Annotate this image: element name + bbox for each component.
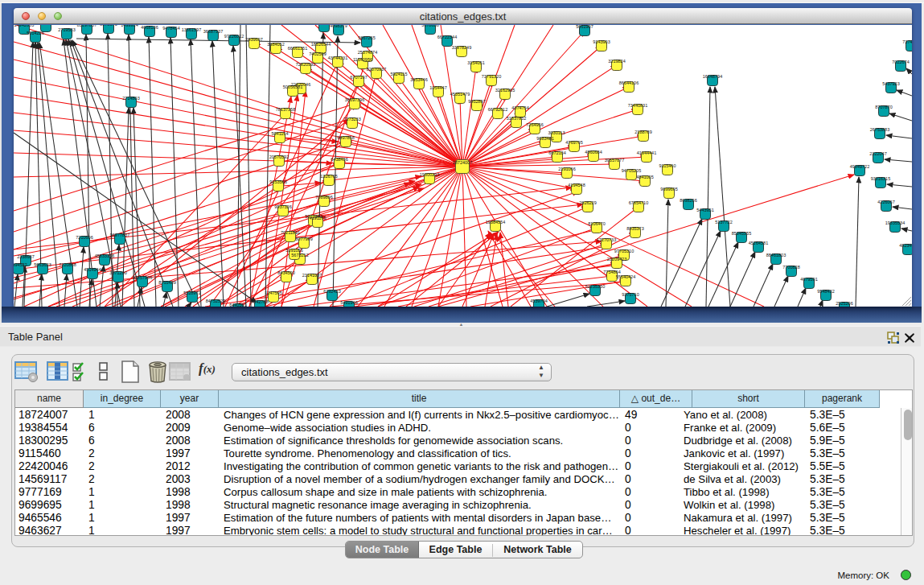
svg-text:26753883: 26753883 xyxy=(870,127,889,132)
svg-text:9375710: 9375710 xyxy=(622,292,639,297)
svg-text:5437923: 5437923 xyxy=(882,81,899,86)
svg-text:9897858: 9897858 xyxy=(337,135,354,140)
svg-text:5614226: 5614226 xyxy=(27,31,43,35)
svg-text:4668136: 4668136 xyxy=(141,25,158,30)
svg-text:78137358: 78137358 xyxy=(276,107,295,112)
svg-text:51837852: 51837852 xyxy=(507,116,526,121)
svg-text:5137722: 5137722 xyxy=(715,220,732,225)
svg-text:7700828: 7700828 xyxy=(782,265,799,270)
svg-text:4842788: 4842788 xyxy=(251,299,268,304)
svg-text:6440561: 6440561 xyxy=(229,303,246,307)
svg-text:5041154: 5041154 xyxy=(271,131,288,136)
svg-text:45264581: 45264581 xyxy=(749,241,768,245)
svg-text:9699695: 9699695 xyxy=(660,187,677,192)
svg-text:41944441: 41944441 xyxy=(637,150,656,155)
svg-text:2525206: 2525206 xyxy=(836,301,852,306)
svg-text:4823498: 4823498 xyxy=(899,243,912,248)
svg-text:66661351: 66661351 xyxy=(288,46,307,51)
svg-text:39557077: 39557077 xyxy=(605,158,624,163)
svg-text:8755439: 8755439 xyxy=(158,280,175,285)
svg-text:7273233: 7273233 xyxy=(343,117,360,122)
svg-text:8077999: 8077999 xyxy=(295,237,312,241)
svg-text:5191056: 5191056 xyxy=(285,248,302,253)
svg-text:9683481: 9683481 xyxy=(536,136,553,141)
svg-text:4191175: 4191175 xyxy=(309,216,326,220)
svg-text:97226012: 97226012 xyxy=(224,34,244,39)
svg-text:3030113: 3030113 xyxy=(548,130,565,135)
svg-text:50056581: 50056581 xyxy=(283,84,302,89)
svg-text:49349722: 49349722 xyxy=(850,164,869,169)
svg-text:93016315: 93016315 xyxy=(871,176,890,181)
svg-text:5491946: 5491946 xyxy=(340,300,357,305)
svg-text:4539704: 4539704 xyxy=(530,299,547,303)
svg-text:2719583: 2719583 xyxy=(58,27,75,32)
svg-text:4194548: 4194548 xyxy=(568,183,585,187)
svg-text:4841005: 4841005 xyxy=(636,175,653,179)
svg-text:7022674: 7022674 xyxy=(892,60,909,64)
svg-text:96977837: 96977837 xyxy=(110,233,129,237)
svg-text:94705205: 94705205 xyxy=(622,168,641,173)
svg-text:4860684: 4860684 xyxy=(585,150,602,154)
svg-text:36687537: 36687537 xyxy=(203,29,223,34)
svg-text:43744231: 43744231 xyxy=(328,56,347,60)
svg-text:19335534: 19335534 xyxy=(885,220,905,225)
svg-text:8106470: 8106470 xyxy=(588,221,605,226)
svg-text:1054447: 1054447 xyxy=(429,85,446,90)
svg-text:13561597: 13561597 xyxy=(182,27,201,32)
svg-text:4374754: 4374754 xyxy=(511,105,528,110)
svg-text:1499914: 1499914 xyxy=(121,25,138,27)
svg-text:4226067: 4226067 xyxy=(877,200,894,204)
svg-text:6672134: 6672134 xyxy=(548,150,565,155)
svg-text:32162965: 32162965 xyxy=(495,88,515,93)
svg-text:18724007: 18724007 xyxy=(453,160,472,165)
svg-text:73791320: 73791320 xyxy=(482,74,501,79)
svg-text:8835373: 8835373 xyxy=(626,226,643,231)
svg-text:2188789: 2188789 xyxy=(634,130,651,134)
svg-text:18526544: 18526544 xyxy=(311,42,331,47)
svg-text:3653446: 3653446 xyxy=(410,77,427,82)
svg-text:5661907: 5661907 xyxy=(576,25,593,29)
svg-text:55540424: 55540424 xyxy=(616,274,635,279)
svg-text:52235350: 52235350 xyxy=(585,284,605,289)
svg-text:23141087: 23141087 xyxy=(302,273,322,278)
svg-text:3684052: 3684052 xyxy=(267,42,284,47)
svg-text:83197857: 83197857 xyxy=(77,25,97,27)
svg-text:66722344: 66722344 xyxy=(437,35,457,39)
svg-text:73440831: 73440831 xyxy=(628,103,647,108)
svg-text:6707197: 6707197 xyxy=(350,75,367,80)
svg-text:19384554: 19384554 xyxy=(486,220,505,225)
svg-text:9548432: 9548432 xyxy=(817,289,834,294)
svg-text:70211891: 70211891 xyxy=(281,230,300,235)
svg-text:5673212: 5673212 xyxy=(291,253,308,257)
svg-text:33978249: 33978249 xyxy=(452,45,471,50)
svg-text:17270733: 17270733 xyxy=(597,237,616,242)
svg-text:3678638: 3678638 xyxy=(421,25,438,27)
svg-text:4769795: 4769795 xyxy=(565,140,582,145)
svg-text:7402509: 7402509 xyxy=(309,51,326,56)
svg-text:24942603: 24942603 xyxy=(14,25,34,27)
svg-text:1247595: 1247595 xyxy=(265,290,281,295)
svg-text:45351479: 45351479 xyxy=(450,92,470,97)
svg-text:45833156: 45833156 xyxy=(95,253,114,258)
svg-text:20570592: 20570592 xyxy=(269,154,289,159)
svg-text:11540956: 11540956 xyxy=(353,57,372,62)
svg-text:5667265: 5667265 xyxy=(358,35,375,40)
svg-text:97705310: 97705310 xyxy=(614,249,634,253)
svg-text:2839607: 2839607 xyxy=(245,37,262,42)
svg-text:9937326: 9937326 xyxy=(274,204,291,209)
svg-text:9115460: 9115460 xyxy=(659,163,676,168)
svg-text:66792612: 66792612 xyxy=(488,107,507,112)
svg-text:86644106: 86644106 xyxy=(619,80,639,85)
svg-text:6292423: 6292423 xyxy=(323,289,340,294)
svg-text:2694522: 2694522 xyxy=(14,262,27,267)
svg-text:3219824: 3219824 xyxy=(608,59,625,64)
svg-text:2338687: 2338687 xyxy=(17,254,34,259)
svg-text:5443951: 5443951 xyxy=(696,208,713,212)
svg-text:4698379: 4698379 xyxy=(330,25,347,28)
svg-text:9143903: 9143903 xyxy=(593,39,610,44)
svg-text:88461803: 88461803 xyxy=(766,253,786,257)
svg-text:85345555: 85345555 xyxy=(732,231,751,236)
svg-text:2322047: 2322047 xyxy=(869,151,886,156)
svg-text:7374122: 7374122 xyxy=(902,39,912,44)
svg-text:3871230: 3871230 xyxy=(109,270,126,275)
